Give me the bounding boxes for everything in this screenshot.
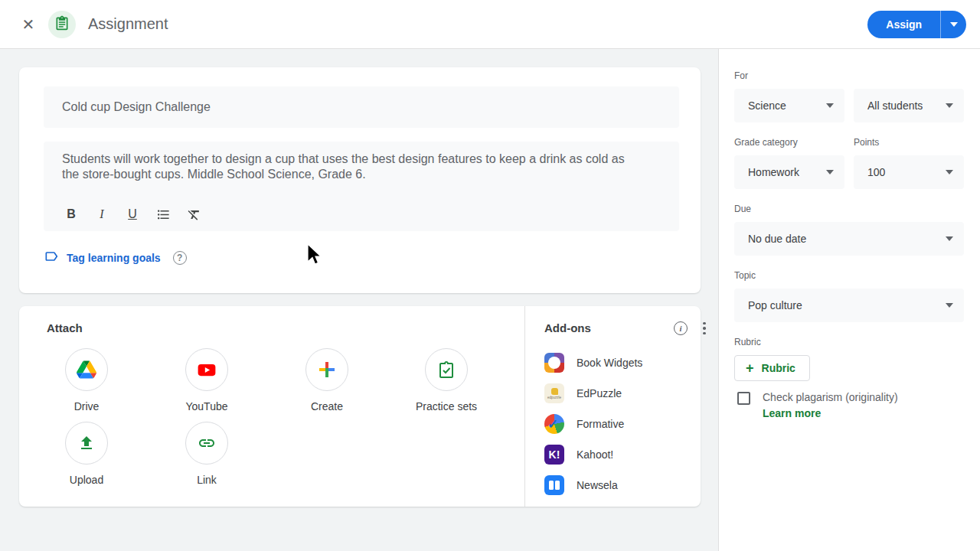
assignment-details-card: Students will work together to design a … [19, 67, 701, 293]
edpuzzle-icon: edpuzzle [544, 383, 564, 403]
addon-book-widgets[interactable]: Book Widgets [544, 351, 705, 374]
plagiarism-row: Check plagarism (originality) Learn more [737, 391, 898, 419]
class-select-value: Science [748, 99, 786, 112]
underline-icon[interactable]: U [123, 205, 142, 223]
drive-icon [65, 348, 108, 391]
points-select[interactable]: 100 [854, 155, 964, 189]
description-text[interactable]: Students will work together to design a … [62, 152, 632, 182]
chevron-down-icon [946, 170, 953, 174]
bold-icon[interactable]: B [62, 205, 80, 223]
attach-option-label: Practice sets [404, 400, 488, 412]
assignment-type-badge [48, 11, 76, 38]
help-icon[interactable]: ? [173, 251, 187, 265]
attach-link-button[interactable]: Link [165, 422, 249, 486]
addon-label: Kahoot! [577, 448, 613, 461]
topic-value: Pop culture [748, 299, 802, 311]
addon-formative[interactable]: ✓ Formative [544, 412, 705, 435]
assign-dropdown-button[interactable] [940, 11, 966, 38]
for-label: For [734, 70, 748, 81]
students-select-value: All students [867, 99, 923, 112]
link-icon [185, 422, 228, 465]
attach-practice-sets-button[interactable]: Practice sets [404, 348, 488, 412]
addon-label: Newsela [577, 479, 618, 491]
plagiarism-label: Check plagarism (originality) [763, 391, 898, 403]
upload-icon [65, 422, 108, 465]
bulleted-list-icon[interactable] [154, 205, 172, 223]
addon-label: EdPuzzle [577, 387, 622, 399]
main-content: Students will work together to design a … [0, 49, 718, 551]
formatting-toolbar: B I U [62, 205, 203, 223]
addon-kahoot[interactable]: K! Kahoot! [544, 443, 705, 466]
more-options-icon[interactable] [697, 321, 711, 336]
clipboard-icon [54, 15, 70, 34]
title-input[interactable] [44, 86, 679, 128]
plagiarism-checkbox[interactable] [737, 392, 750, 405]
students-select[interactable]: All students [854, 89, 964, 122]
addon-newsela[interactable]: Newsela [544, 474, 705, 497]
attach-option-label: Link [165, 474, 249, 486]
addon-label: Formative [577, 418, 624, 430]
tag-icon [44, 249, 59, 267]
plus-icon: + [746, 361, 754, 375]
points-value: 100 [867, 166, 885, 178]
addons-section-title: Add-ons [544, 321, 591, 334]
description-field[interactable]: Students will work together to design a … [44, 142, 679, 231]
tag-learning-goals-button[interactable]: Tag learning goals [44, 249, 161, 267]
rubric-button-label: Rubric [762, 362, 795, 374]
topic-label: Topic [734, 270, 756, 281]
info-icon[interactable]: i [674, 321, 688, 335]
book-widgets-icon [544, 353, 564, 373]
attach-upload-button[interactable]: Upload [44, 422, 129, 486]
grade-category-label: Grade category [734, 137, 798, 148]
chevron-down-icon [826, 103, 834, 108]
chevron-down-icon [950, 22, 958, 27]
assign-button[interactable]: Assign [867, 11, 940, 38]
clear-formatting-icon[interactable] [185, 205, 203, 223]
grade-category-select[interactable]: Homework [734, 155, 844, 189]
attach-option-label: YouTube [165, 400, 249, 412]
top-app-bar: ✕ Assignment Assign [0, 0, 980, 49]
grade-category-value: Homework [748, 166, 799, 178]
tag-learning-goals-label: Tag learning goals [67, 252, 161, 264]
attach-option-label: Upload [44, 474, 129, 486]
section-divider [524, 306, 525, 507]
chevron-down-icon [946, 103, 953, 108]
attach-drive-button[interactable]: Drive [44, 348, 129, 412]
kahoot-icon: K! [544, 445, 564, 465]
practice-sets-icon [425, 348, 468, 391]
youtube-icon [185, 348, 228, 391]
topic-select[interactable]: Pop culture [734, 289, 964, 322]
add-rubric-button[interactable]: + Rubric [734, 355, 810, 381]
addon-label: Book Widgets [577, 357, 642, 369]
due-date-select[interactable]: No due date [734, 222, 964, 256]
page-title: Assignment [88, 15, 168, 33]
tag-learning-goals-row: Tag learning goals ? [44, 249, 187, 267]
attach-option-label: Drive [44, 400, 129, 412]
addon-edpuzzle[interactable]: edpuzzle EdPuzzle [544, 382, 705, 405]
italic-icon[interactable]: I [93, 205, 111, 223]
attach-youtube-button[interactable]: YouTube [165, 348, 249, 412]
learn-more-link[interactable]: Learn more [763, 407, 898, 419]
attach-create-button[interactable]: Create [285, 348, 369, 412]
settings-sidebar: For Science All students Grade category … [718, 49, 980, 551]
chevron-down-icon [946, 303, 953, 308]
attach-addons-card: Attach Drive YouTube Create Practice s [19, 306, 701, 507]
attach-option-label: Create [285, 400, 369, 412]
formative-icon: ✓ [544, 414, 564, 434]
class-select[interactable]: Science [734, 89, 844, 122]
points-label: Points [854, 137, 879, 148]
chevron-down-icon [946, 236, 953, 241]
rubric-label: Rubric [734, 337, 761, 347]
assign-split-button: Assign [867, 11, 966, 38]
close-icon[interactable]: ✕ [20, 17, 37, 34]
create-plus-icon [305, 348, 348, 391]
attach-section-title: Attach [47, 321, 83, 334]
due-label: Due [734, 204, 751, 214]
due-date-value: No due date [748, 233, 806, 245]
newsela-icon [544, 475, 564, 495]
chevron-down-icon [826, 170, 834, 174]
